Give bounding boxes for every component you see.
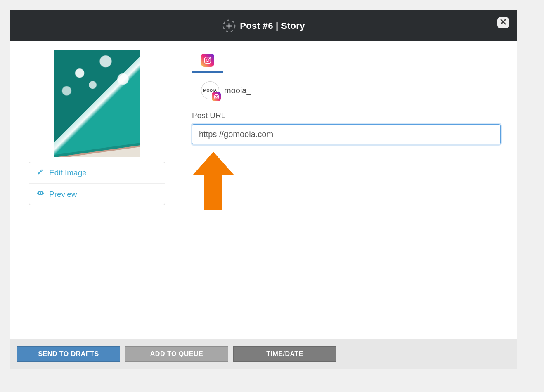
account-row: MOOIA mooia_ xyxy=(192,73,501,104)
svg-point-6 xyxy=(217,95,218,95)
send-to-drafts-button[interactable]: SEND TO DRAFTS xyxy=(17,346,120,362)
svg-rect-4 xyxy=(214,94,218,99)
modal-title: Post #6 | Story xyxy=(240,21,305,31)
form-column: MOOIA mooia_ Post URL xyxy=(192,50,501,339)
modal-body: Edit Image Preview xyxy=(10,41,517,339)
post-url-input[interactable] xyxy=(192,124,501,144)
instagram-badge-icon xyxy=(212,92,221,101)
time-date-label: TIME/DATE xyxy=(266,350,303,358)
post-image-thumbnail[interactable] xyxy=(54,50,140,157)
close-button[interactable] xyxy=(497,17,509,28)
send-to-drafts-label: SEND TO DRAFTS xyxy=(38,350,99,358)
image-column: Edit Image Preview xyxy=(27,50,167,339)
edit-image-button[interactable]: Edit Image xyxy=(29,162,165,183)
instagram-icon xyxy=(201,54,214,67)
preview-button[interactable]: Preview xyxy=(29,183,165,205)
svg-point-5 xyxy=(215,96,217,97)
arrow-up-icon xyxy=(193,152,234,211)
preview-label: Preview xyxy=(49,190,77,199)
add-to-queue-label: ADD TO QUEUE xyxy=(150,350,203,358)
svg-point-3 xyxy=(209,58,210,59)
arrow-up-annotation xyxy=(193,152,234,210)
svg-point-2 xyxy=(206,59,209,62)
edit-image-label: Edit Image xyxy=(49,168,87,177)
tab-instagram[interactable] xyxy=(192,54,223,73)
modal-footer: SEND TO DRAFTS ADD TO QUEUE TIME/DATE xyxy=(10,339,517,369)
close-icon xyxy=(500,19,506,27)
account-avatar[interactable]: MOOIA xyxy=(201,81,219,99)
time-date-button[interactable]: TIME/DATE xyxy=(233,346,336,362)
svg-rect-1 xyxy=(204,57,211,64)
pencil-icon xyxy=(37,168,44,177)
image-actions: Edit Image Preview xyxy=(29,162,165,205)
add-to-queue-button[interactable]: ADD TO QUEUE xyxy=(125,346,228,362)
post-editor-modal: Post #6 | Story Edit Image xyxy=(10,10,517,369)
modal-header: Post #6 | Story xyxy=(10,10,517,41)
add-post-icon xyxy=(222,19,236,33)
account-handle: mooia_ xyxy=(224,86,251,95)
post-url-label: Post URL xyxy=(192,111,501,120)
eye-icon xyxy=(37,189,44,199)
platform-tabs xyxy=(192,54,501,73)
